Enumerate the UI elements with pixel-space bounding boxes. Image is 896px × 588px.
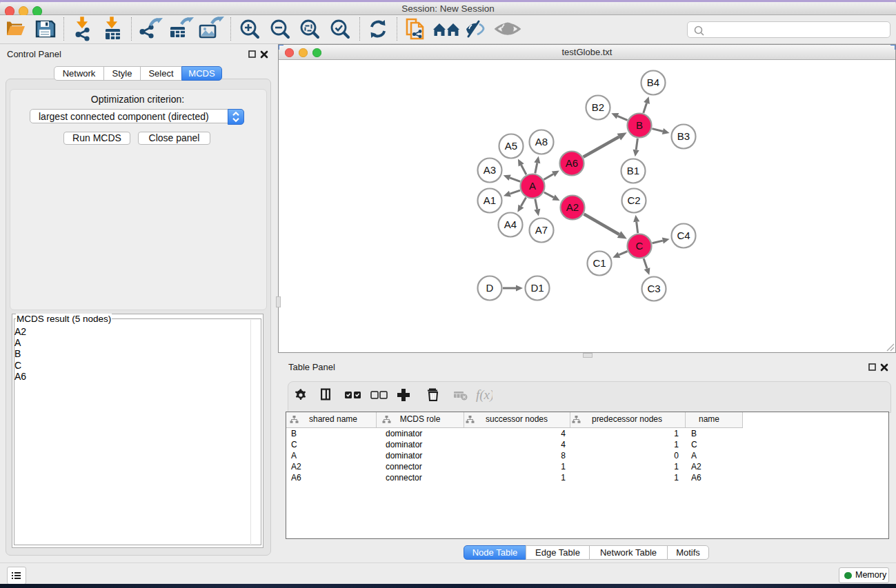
svg-text:B4: B4 xyxy=(647,77,659,88)
svg-text:C1: C1 xyxy=(593,257,606,269)
svg-text:A2: A2 xyxy=(566,201,579,213)
svg-text:A5: A5 xyxy=(505,140,517,152)
svg-text:A6: A6 xyxy=(566,157,578,169)
svg-text:D1: D1 xyxy=(530,282,544,294)
svg-text:D: D xyxy=(486,282,494,294)
svg-text:B: B xyxy=(636,119,643,131)
svg-text:C4: C4 xyxy=(677,230,690,241)
svg-text:A8: A8 xyxy=(535,136,548,148)
svg-text:B2: B2 xyxy=(592,101,604,113)
svg-text:f(x): f(x) xyxy=(476,387,492,403)
svg-text:A1: A1 xyxy=(484,194,496,206)
svg-text:C3: C3 xyxy=(647,283,660,294)
svg-text:A4: A4 xyxy=(504,219,517,230)
svg-text:A3: A3 xyxy=(484,164,496,176)
svg-text:A: A xyxy=(529,180,536,192)
svg-text:A7: A7 xyxy=(535,224,548,236)
svg-text:C2: C2 xyxy=(627,194,640,206)
svg-text:C: C xyxy=(636,240,644,252)
svg-text:B3: B3 xyxy=(677,130,690,142)
svg-text:B1: B1 xyxy=(627,165,639,176)
